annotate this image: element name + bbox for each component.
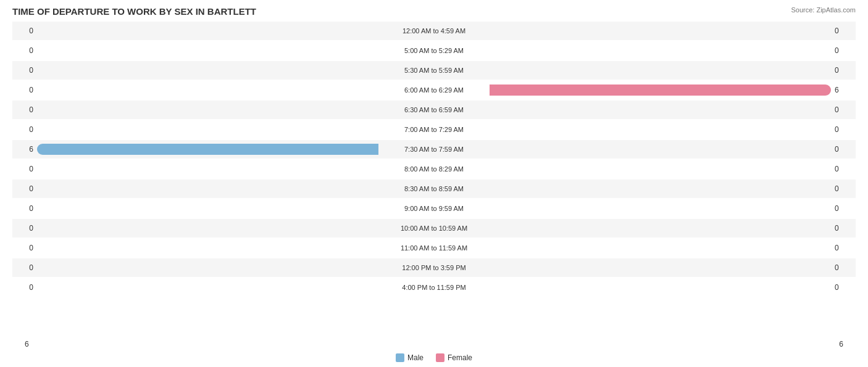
left-bar-area (37, 25, 378, 37)
legend-female-label: Female (448, 353, 472, 362)
left-bar-area (37, 262, 378, 274)
female-value: 0 (831, 184, 856, 193)
right-bar-area (490, 104, 831, 116)
bars-section: 6:00 AM to 6:29 AM (37, 81, 831, 99)
right-bar-area (490, 183, 831, 195)
left-bar-area (37, 123, 378, 136)
female-value: 0 (831, 244, 856, 252)
bars-section: 7:30 AM to 7:59 AM (37, 140, 831, 159)
table-row: 0 12:00 PM to 3:59 PM 0 (12, 258, 856, 277)
left-bar-area (37, 281, 378, 294)
time-label: 5:00 AM to 5:29 AM (378, 47, 490, 54)
legend-area: Male Female (0, 353, 868, 362)
male-value: 0 (12, 204, 37, 213)
right-bar-area (490, 262, 831, 274)
time-label: 8:00 AM to 8:29 AM (378, 165, 490, 173)
table-row: 6 7:30 AM to 7:59 AM 0 (12, 140, 856, 159)
right-bar-area (490, 242, 831, 254)
right-bar-area (490, 143, 831, 155)
female-value: 0 (831, 27, 856, 35)
table-row: 0 5:00 AM to 5:29 AM 0 (12, 41, 856, 60)
time-label: 7:00 AM to 7:29 AM (378, 126, 490, 133)
bars-section: 6:30 AM to 6:59 AM (37, 101, 831, 119)
female-value: 0 (831, 66, 856, 75)
left-bar-area (37, 163, 378, 175)
male-value: 0 (12, 27, 37, 35)
time-label: 8:30 AM to 8:59 AM (378, 185, 490, 192)
female-value: 0 (831, 46, 856, 55)
female-value: 0 (831, 165, 856, 173)
male-value: 0 (12, 165, 37, 173)
bars-section: 12:00 AM to 4:59 AM (37, 22, 831, 40)
axis-labels: 6 6 (0, 340, 868, 348)
female-value: 6 (831, 86, 856, 94)
left-bar-area (37, 183, 378, 195)
female-value: 0 (831, 105, 856, 114)
bars-section: 7:00 AM to 7:29 AM (37, 120, 831, 139)
bottom-section: 6 6 Male Female (0, 337, 868, 362)
time-label: 10:00 AM to 10:59 AM (378, 225, 490, 232)
legend-female: Female (436, 353, 472, 362)
bars-section: 5:00 AM to 5:29 AM (37, 41, 831, 60)
bars-section: 5:30 AM to 5:59 AM (37, 61, 831, 80)
female-value: 0 (831, 145, 856, 154)
table-row: 0 9:00 AM to 9:59 AM 0 (12, 199, 856, 218)
right-bar-area (490, 25, 831, 37)
left-bar-area (37, 143, 378, 155)
time-label: 6:00 AM to 6:29 AM (378, 86, 490, 94)
legend-male-label: Male (407, 353, 424, 362)
table-row: 0 8:30 AM to 8:59 AM 0 (12, 179, 856, 198)
time-label: 6:30 AM to 6:59 AM (378, 106, 490, 113)
female-value: 0 (831, 204, 856, 213)
chart-title: TIME OF DEPARTURE TO WORK BY SEX IN BART… (12, 6, 856, 17)
table-row: 0 6:00 AM to 6:29 AM 6 (12, 81, 856, 99)
axis-right: 6 (839, 340, 843, 348)
legend-male-box (396, 353, 404, 362)
left-bar-area (37, 84, 378, 96)
male-value: 0 (12, 263, 37, 272)
right-bar-area (490, 123, 831, 136)
table-row: 0 5:30 AM to 5:59 AM 0 (12, 61, 856, 80)
right-bar-area (490, 202, 831, 215)
left-bar-area (37, 202, 378, 215)
male-value: 0 (12, 66, 37, 75)
time-label: 7:30 AM to 7:59 AM (378, 146, 490, 153)
left-bar-area (37, 222, 378, 234)
left-bar-area (37, 242, 378, 254)
male-value: 0 (12, 105, 37, 114)
right-bar-area (490, 222, 831, 234)
table-row: 0 6:30 AM to 6:59 AM 0 (12, 101, 856, 119)
right-bar-area (490, 64, 831, 76)
table-row: 0 10:00 AM to 10:59 AM 0 (12, 219, 856, 237)
time-label: 5:30 AM to 5:59 AM (378, 67, 490, 74)
right-bar-area (490, 163, 831, 175)
female-value: 0 (831, 263, 856, 272)
legend-male: Male (396, 353, 424, 362)
time-label: 11:00 AM to 11:59 AM (378, 244, 490, 252)
time-label: 12:00 PM to 3:59 PM (378, 264, 490, 271)
male-value: 6 (12, 145, 37, 154)
male-value: 0 (12, 125, 37, 134)
left-bar-area (37, 64, 378, 76)
bars-section: 4:00 PM to 11:59 PM (37, 278, 831, 297)
bars-section: 8:30 AM to 8:59 AM (37, 179, 831, 198)
bars-section: 10:00 AM to 10:59 AM (37, 219, 831, 237)
time-label: 9:00 AM to 9:59 AM (378, 205, 490, 212)
male-value: 0 (12, 86, 37, 94)
left-bar-area (37, 104, 378, 116)
male-value: 0 (12, 224, 37, 233)
table-row: 0 12:00 AM to 4:59 AM 0 (12, 22, 856, 40)
table-row: 0 8:00 AM to 8:29 AM 0 (12, 160, 856, 178)
legend-female-box (436, 353, 444, 362)
male-value: 0 (12, 244, 37, 252)
right-bar-area (490, 84, 831, 96)
female-bar (490, 85, 831, 96)
bars-section: 11:00 AM to 11:59 AM (37, 239, 831, 257)
female-value: 0 (831, 283, 856, 292)
female-value: 0 (831, 125, 856, 134)
source-label: Source: ZipAtlas.com (791, 6, 856, 14)
time-label: 4:00 PM to 11:59 PM (378, 284, 490, 291)
left-bar-area (37, 44, 378, 57)
bars-section: 12:00 PM to 3:59 PM (37, 258, 831, 277)
chart-area: 0 12:00 AM to 4:59 AM 0 0 5:00 AM to 5:2… (12, 22, 856, 308)
